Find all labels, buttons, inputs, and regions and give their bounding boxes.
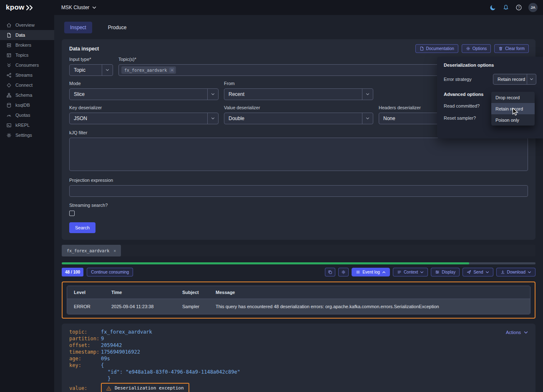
sidebar-item-consumers[interactable]: Consumers <box>0 60 54 70</box>
chevron-down-icon <box>362 89 373 100</box>
event-log-row: ERROR 2025-09-04 11:23:38 Sampler This q… <box>67 299 530 314</box>
sidebar-item-label: Overview <box>15 23 35 28</box>
copy-button[interactable] <box>325 268 335 276</box>
event-log-button[interactable]: Event log <box>352 268 390 276</box>
tab-inspect[interactable]: Inspect <box>64 22 92 33</box>
column-header-time: Time <box>105 286 176 299</box>
file-icon <box>6 33 12 38</box>
results-toolbar-left: 48 / 100 Continue consuming <box>62 268 133 276</box>
sampler-settings-button[interactable] <box>338 268 349 276</box>
chevron-up-icon <box>382 271 386 274</box>
search-button[interactable]: Search <box>69 222 96 233</box>
view-tabs: Inspect Produce <box>62 22 535 33</box>
sidebar-item-brokers[interactable]: Brokers <box>0 40 54 50</box>
read-committed-label: Read committed? <box>444 103 493 108</box>
notifications-bell-icon[interactable] <box>503 4 509 11</box>
display-button[interactable]: Display <box>431 268 460 276</box>
reset-sampler-label: Reset sampler? <box>444 116 493 121</box>
cluster-selector[interactable]: MSK Cluster <box>61 5 96 10</box>
sliders-icon <box>435 270 440 274</box>
continue-consuming-button[interactable]: Continue consuming <box>87 268 133 276</box>
chevron-down-icon <box>420 271 424 274</box>
gauge-icon <box>6 113 12 118</box>
documentation-button[interactable]: Documentation <box>415 44 458 53</box>
error-strategy-select[interactable]: Retain record <box>493 74 536 85</box>
panel-title: Deserialization options <box>444 63 536 68</box>
list-icon <box>397 270 402 274</box>
sidebar-item-quotas[interactable]: Quotas <box>0 110 54 120</box>
error-strategy-row: Error strategy Retain record <box>444 74 536 85</box>
sidebar-item-krepl[interactable]: kREPL <box>0 120 54 130</box>
sidebar-item-label: Quotas <box>15 113 30 118</box>
avatar[interactable]: JA <box>528 3 538 12</box>
table-icon <box>6 53 12 58</box>
sidebar-item-label: ksqlDB <box>15 103 30 108</box>
sidebar-item-label: Data <box>15 33 25 38</box>
topbar-actions: ? JA <box>490 3 543 12</box>
gear-icon <box>6 133 12 138</box>
sidebar-item-overview[interactable]: Overview <box>0 20 54 30</box>
logo-chevrons-icon <box>26 5 34 10</box>
sidebar-item-topics[interactable]: Topics <box>0 50 54 60</box>
record-field: partition:9 <box>69 335 528 342</box>
projection-input[interactable] <box>69 185 528 197</box>
warning-icon <box>106 386 111 391</box>
chevron-down-icon <box>527 74 536 84</box>
kpow-logo[interactable]: kpow <box>0 3 54 12</box>
sidebar-item-schema[interactable]: Schema <box>0 90 54 100</box>
record-value-field: value: Deserialization exception <box>69 383 528 392</box>
sidebar-item-connect[interactable]: Connect <box>0 80 54 90</box>
cell-time: 2025-09-04 11:23:38 <box>105 299 176 314</box>
record-key-json-close: } <box>69 375 528 382</box>
context-button[interactable]: Context <box>393 268 428 276</box>
sidebar-item-streams[interactable]: Streams <box>0 70 54 80</box>
gear-icon <box>341 270 346 274</box>
sidebar-item-data[interactable]: Data <box>0 30 54 40</box>
record-actions-button[interactable]: Actions <box>506 329 528 336</box>
error-strategy-option[interactable]: Retain record <box>491 103 535 114</box>
chevron-down-icon <box>207 89 218 100</box>
download-button[interactable]: Download <box>496 268 535 276</box>
record-detail-card: Actions topic:fx_forex_aardvark partitio… <box>62 324 535 392</box>
input-type-select[interactable]: Topic <box>69 64 113 76</box>
results-toolbar: 48 / 100 Continue consuming Event log Co… <box>62 268 535 276</box>
sidebar-item-ksqldb[interactable]: ksqlDB <box>0 100 54 110</box>
options-button[interactable]: Options <box>462 44 491 53</box>
error-strategy-label: Error strategy <box>444 77 493 82</box>
chevron-down-icon <box>362 113 373 124</box>
mode-select[interactable]: Slice <box>69 88 219 100</box>
remove-tag-icon[interactable]: × <box>169 68 174 73</box>
deserialization-exception-badge: Deserialization exception <box>101 383 189 392</box>
progress-fill <box>62 262 469 264</box>
record-field: topic:fx_forex_aardvark <box>69 329 528 335</box>
record-field: age:09s <box>69 355 528 362</box>
close-topic-tab-icon[interactable]: × <box>113 249 116 253</box>
sidebar-item-settings[interactable]: Settings <box>0 130 54 140</box>
from-select[interactable]: Recent <box>224 88 373 100</box>
streaming-search-checkbox[interactable] <box>69 211 75 216</box>
error-strategy-option[interactable]: Drop record <box>491 92 535 103</box>
dark-mode-moon-icon[interactable] <box>490 4 496 11</box>
topic-tab[interactable]: fx_forex_aardvark × <box>62 245 121 256</box>
error-strategy-option[interactable]: Poison only <box>491 114 535 126</box>
deserialization-options-panel: Deserialization options Error strategy R… <box>437 57 543 138</box>
sidebar-item-label: Settings <box>15 133 32 138</box>
home-icon <box>6 23 12 28</box>
help-icon[interactable]: ? <box>515 4 522 11</box>
send-button[interactable]: Send <box>463 268 493 276</box>
clear-form-button[interactable]: Clear form <box>494 44 529 53</box>
record-field: timestamp:1756949016922 <box>69 349 528 355</box>
key-deserializer-select[interactable]: JSON <box>69 113 219 124</box>
svg-text:?: ? <box>518 5 520 10</box>
value-deserializer-select[interactable]: Double <box>224 113 373 124</box>
record-field: key:{ <box>69 362 528 369</box>
tab-produce[interactable]: Produce <box>102 22 133 33</box>
kjq-filter-input[interactable] <box>69 138 528 171</box>
column-header-level: Level <box>67 286 105 299</box>
topic-tag: fx_forex_aardvark × <box>121 66 176 74</box>
chevron-down-icon <box>528 271 531 274</box>
sidebar-item-label: Topics <box>15 53 28 58</box>
list-icon <box>356 270 360 274</box>
streaming-search-label: Streaming search? <box>69 203 528 208</box>
event-log-header-row: Level Time Subject Message <box>67 286 530 299</box>
